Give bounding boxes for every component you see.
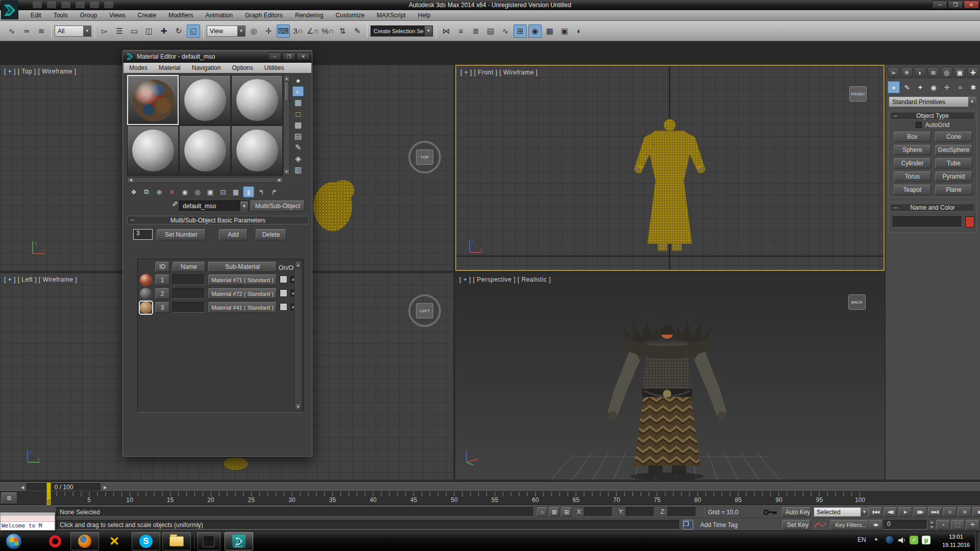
material-id-channel-icon[interactable]: ▣ xyxy=(205,186,216,197)
name-color-header[interactable]: – Name and Color xyxy=(890,204,975,212)
category-shapes-icon[interactable]: ✎ xyxy=(901,81,913,93)
taskbar-clock[interactable]: 13:01 19.11.2016 xyxy=(941,533,971,549)
object-type-header[interactable]: – Object Type xyxy=(890,112,975,120)
key-filters-curve-icon[interactable] xyxy=(814,520,827,530)
select-object-icon[interactable]: ▻ xyxy=(98,24,111,38)
select-manipulate-icon[interactable]: ✛ xyxy=(262,24,275,38)
bind-spacewarp-icon[interactable]: ≋ xyxy=(35,24,48,38)
viewport-perspective[interactable]: [ + ] [ Perspective ] [ Realistic ] BACK xyxy=(455,273,885,480)
angle-snap-icon[interactable]: ∠∩ xyxy=(306,24,320,38)
viewport-top-label[interactable]: [ + ] [ Top ] [ Wireframe ] xyxy=(4,68,77,75)
taskbar-explorer-icon[interactable] xyxy=(162,532,191,550)
object-type-pyramid[interactable]: Pyramid xyxy=(935,171,972,182)
menu-create[interactable]: Create xyxy=(132,10,162,20)
category-lights-icon[interactable]: ✦ xyxy=(914,81,926,93)
slider-left-icon[interactable]: ◀ xyxy=(19,483,26,491)
tab-hierarchy[interactable]: ≋ xyxy=(927,67,939,78)
select-and-link-icon[interactable]: ∿ xyxy=(5,24,18,38)
snap-3d-icon[interactable]: 3∩ xyxy=(291,24,305,38)
absolute-offset-icon[interactable]: ⊞ xyxy=(561,507,572,517)
menu-rendering[interactable]: Rendering xyxy=(289,10,329,20)
make-unique-icon[interactable]: ◉ xyxy=(179,186,190,197)
select-move-icon[interactable]: ✚ xyxy=(157,24,170,38)
category-cameras-icon[interactable]: ◉ xyxy=(927,81,940,93)
track-bar[interactable]: ◀ 0 / 100 ▶ xyxy=(0,482,980,491)
put-to-scene-icon[interactable]: ⧉ xyxy=(141,186,152,197)
zoom-icon[interactable]: ◎ xyxy=(943,507,957,517)
scroll-down-icon[interactable]: ▼ xyxy=(295,403,301,410)
spinner-snap-icon[interactable]: ⇅ xyxy=(336,24,349,38)
me-menu-utilities[interactable]: Utilities xyxy=(259,64,290,71)
model-top-view-wireframe[interactable] xyxy=(312,130,361,248)
submaterial-name-field[interactable] xyxy=(173,274,205,285)
close-icon[interactable]: ✕ xyxy=(297,53,310,60)
z-coordinate-field[interactable] xyxy=(668,507,696,517)
material-type-button[interactable]: Multi/Sub-Object xyxy=(251,201,305,212)
next-frame-button[interactable]: ▮▮▶ xyxy=(913,507,927,517)
align-icon[interactable]: ≡ xyxy=(454,24,468,38)
minimize-button[interactable]: ─ xyxy=(268,53,281,60)
category-spacewarps-icon[interactable]: ≈ xyxy=(954,81,966,93)
select-arrow-icon[interactable]: ➢ xyxy=(888,67,899,78)
viewcube-top[interactable]: TOP xyxy=(416,149,433,165)
video-color-check-icon[interactable]: ▩ xyxy=(292,120,304,130)
menu-help[interactable]: Help xyxy=(412,10,437,20)
material-editor-window[interactable]: Material Editor - default_mso ─ ❐ ✕ Mode… xyxy=(122,50,312,457)
category-helpers-icon[interactable]: ✛ xyxy=(941,81,953,93)
restore-button[interactable]: ❐ xyxy=(282,53,296,60)
chevron-down-icon[interactable]: ▼ xyxy=(425,26,432,36)
object-type-tube[interactable]: Tube xyxy=(935,158,972,168)
submaterial-id-button[interactable]: 1 xyxy=(155,274,169,285)
key-step-toggle[interactable]: ◀▶ xyxy=(869,520,883,530)
set-number-button[interactable]: Set Number xyxy=(157,229,206,240)
go-forward-sibling-icon[interactable]: ↱ xyxy=(268,186,280,197)
add-button[interactable]: Add xyxy=(219,229,248,240)
viewport-perspective-label[interactable]: [ + ] [ Perspective ] [ Realistic ] xyxy=(459,276,551,283)
assign-to-selection-icon[interactable]: ⊕ xyxy=(154,186,165,197)
object-color-swatch[interactable] xyxy=(965,216,974,228)
material-count-field[interactable]: 3 xyxy=(133,229,153,240)
taskbar-firefox-icon[interactable] xyxy=(70,532,99,550)
pan-icon[interactable]: ✛ xyxy=(966,520,979,530)
menu-edit[interactable]: Edit xyxy=(24,10,47,20)
steam-tray-icon[interactable] xyxy=(885,535,894,544)
object-type-box[interactable]: Box xyxy=(894,132,931,142)
menu-customize[interactable]: Customize xyxy=(329,10,371,20)
submaterial-button[interactable]: Material #72 ( Standard ) xyxy=(208,288,277,299)
sample-slot[interactable] xyxy=(231,126,283,176)
taskbar-opera-icon[interactable] xyxy=(42,532,68,550)
taskbar-console-icon[interactable] xyxy=(197,532,220,550)
sample-slot[interactable] xyxy=(127,126,179,176)
menu-graph-editors[interactable]: Graph Editors xyxy=(239,10,289,20)
rendered-frame-icon[interactable]: ▣ xyxy=(558,24,571,38)
submaterial-name-field[interactable] xyxy=(173,288,205,299)
collapse-icon[interactable]: – xyxy=(894,204,897,211)
tab-display[interactable]: ▣ xyxy=(954,67,966,78)
sample-slot[interactable] xyxy=(179,126,231,176)
viewport-layout-icon[interactable]: ⊞ xyxy=(958,507,971,517)
time-slider[interactable]: 0 / 100 xyxy=(27,483,101,491)
previous-frame-button[interactable]: ◀▮▮ xyxy=(884,507,897,517)
taskbar-3dsmax-icon[interactable]: MAX xyxy=(225,532,253,550)
object-type-cone[interactable]: Cone xyxy=(935,132,972,142)
render-setup-icon[interactable]: ▦ xyxy=(543,24,556,38)
menu-animation[interactable]: Animation xyxy=(200,10,239,20)
sample-slots-scrollbar[interactable]: ▲ ▼ xyxy=(283,75,290,175)
break-link-icon[interactable]: ≃ xyxy=(20,24,33,38)
select-by-material-icon[interactable]: ◈ xyxy=(292,154,304,164)
submaterial-id-button[interactable]: 3 xyxy=(155,302,169,313)
start-button[interactable] xyxy=(4,532,23,550)
selection-lock-icon[interactable]: ⊠ xyxy=(549,507,559,517)
time-config-icon[interactable]: ◔ xyxy=(936,520,950,530)
tab-create[interactable]: ✳ xyxy=(901,67,913,78)
layer-manager-icon[interactable]: ≣ xyxy=(469,24,482,38)
menu-modifiers[interactable]: Modifiers xyxy=(162,10,200,20)
chevron-down-icon[interactable]: ▼ xyxy=(237,26,245,36)
zoom-extents-icon[interactable]: ▣ xyxy=(972,507,980,517)
minimize-button[interactable]: ─ xyxy=(932,1,947,9)
tab-utilities[interactable]: ✚ xyxy=(967,67,979,78)
model-front-wireframe[interactable] xyxy=(626,117,713,256)
submaterial-button[interactable]: Material #41 ( Standard ) xyxy=(208,302,277,313)
material-map-navigator-icon[interactable]: ▥ xyxy=(292,165,304,175)
select-region-icon[interactable]: ⬚ xyxy=(951,520,965,530)
